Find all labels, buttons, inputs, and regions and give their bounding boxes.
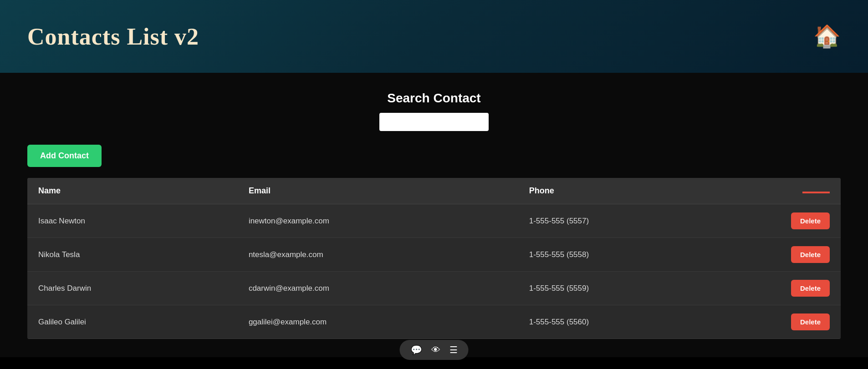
table-body: Isaac Newtoninewton@example.com1-555-555… bbox=[27, 204, 841, 339]
chat-icon[interactable]: 💬 bbox=[411, 344, 422, 355]
delete-button[interactable]: Delete bbox=[791, 280, 830, 297]
contact-name: Nikola Tesla bbox=[27, 238, 238, 272]
column-header-name: Name bbox=[27, 178, 238, 204]
menu-icon[interactable]: ☰ bbox=[449, 344, 458, 355]
column-header-action bbox=[729, 178, 841, 204]
contact-email: inewton@example.com bbox=[238, 204, 518, 238]
add-contact-section: Add Contact bbox=[27, 145, 841, 167]
search-input[interactable] bbox=[379, 113, 489, 131]
table-row: Isaac Newtoninewton@example.com1-555-555… bbox=[27, 204, 841, 238]
contact-action-cell: Delete bbox=[729, 204, 841, 238]
contact-phone: 1-555-555 (5558) bbox=[518, 238, 729, 272]
main-content: Search Contact Add Contact Name Email Ph… bbox=[0, 73, 868, 357]
contact-email: ntesla@example.com bbox=[238, 238, 518, 272]
column-header-email: Email bbox=[238, 178, 518, 204]
add-contact-button[interactable]: Add Contact bbox=[27, 145, 102, 167]
contact-action-cell: Delete bbox=[729, 305, 841, 339]
table-header-row: Name Email Phone bbox=[27, 178, 841, 204]
table-row: Charles Darwincdarwin@example.com1-555-5… bbox=[27, 272, 841, 305]
bottom-toolbar: 💬 👁 ☰ bbox=[400, 340, 469, 360]
table-row: Galileo Galileiggalilei@example.com1-555… bbox=[27, 305, 841, 339]
table-header: Name Email Phone bbox=[27, 178, 841, 204]
table-row: Nikola Teslantesla@example.com1-555-555 … bbox=[27, 238, 841, 272]
contact-email: ggalilei@example.com bbox=[238, 305, 518, 339]
column-header-phone: Phone bbox=[518, 178, 729, 204]
contact-name: Galileo Galilei bbox=[27, 305, 238, 339]
home-icon[interactable]: 🏠 bbox=[813, 24, 841, 49]
delete-button[interactable]: Delete bbox=[791, 246, 830, 263]
contact-phone: 1-555-555 (5557) bbox=[518, 204, 729, 238]
app-title: Contacts List v2 bbox=[27, 23, 199, 50]
contact-phone: 1-555-555 (5560) bbox=[518, 305, 729, 339]
app-header: Contacts List v2 🏠 bbox=[0, 0, 868, 73]
delete-button[interactable]: Delete bbox=[791, 313, 830, 330]
contact-phone: 1-555-555 (5559) bbox=[518, 272, 729, 305]
eye-icon[interactable]: 👁 bbox=[431, 345, 440, 355]
search-title: Search Contact bbox=[387, 91, 480, 106]
delete-button[interactable]: Delete bbox=[791, 212, 830, 229]
contacts-table: Name Email Phone Isaac Newtoninewton@exa… bbox=[27, 178, 841, 339]
contact-name: Isaac Newton bbox=[27, 204, 238, 238]
search-section: Search Contact bbox=[27, 91, 841, 131]
contact-email: cdarwin@example.com bbox=[238, 272, 518, 305]
contact-name: Charles Darwin bbox=[27, 272, 238, 305]
contact-action-cell: Delete bbox=[729, 238, 841, 272]
contact-action-cell: Delete bbox=[729, 272, 841, 305]
